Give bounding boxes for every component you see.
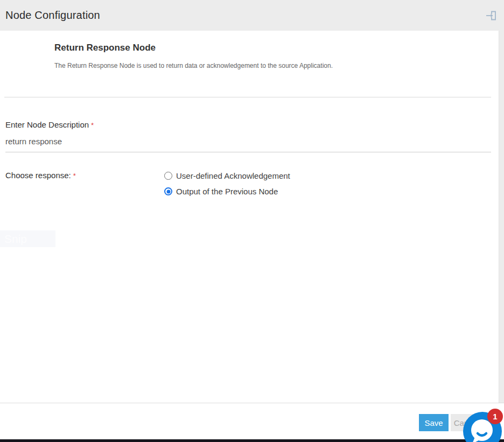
response-options-group: User-defined Acknowledgement Output of t… (164, 171, 290, 196)
node-description-label: Enter Node Description (5, 120, 89, 129)
save-button[interactable]: Save (419, 414, 449, 431)
intro-section: Return Response Node The Return Response… (54, 43, 333, 69)
snip-overlay-label: Snip (4, 233, 27, 245)
node-description-input[interactable] (5, 137, 491, 152)
required-marker: * (91, 121, 94, 129)
section-description: The Return Response Node is used to retu… (54, 62, 333, 69)
snip-tool-overlay: Snip (0, 230, 55, 247)
radio-icon[interactable] (164, 187, 172, 195)
node-description-field: Enter Node Description* (5, 120, 491, 152)
radio-output-previous-node[interactable]: Output of the Previous Node (164, 187, 290, 196)
exit-panel-icon[interactable] (485, 9, 498, 22)
radio-label: Output of the Previous Node (176, 187, 278, 196)
footer-bar: Save Cancel (0, 403, 504, 439)
radio-icon[interactable] (164, 172, 172, 180)
section-title: Return Response Node (54, 43, 333, 53)
node-config-panel: Return Response Node The Return Response… (0, 31, 499, 403)
radio-user-defined-acknowledgement[interactable]: User-defined Acknowledgement (164, 171, 290, 180)
page-title: Node Configuration (5, 9, 100, 22)
radio-label: User-defined Acknowledgement (176, 171, 290, 180)
section-divider (4, 97, 491, 97)
choose-response-label: Choose response: (5, 171, 71, 180)
choose-response-label-row: Choose response:* (5, 171, 76, 180)
required-marker: * (73, 172, 76, 180)
chat-unread-badge: 1 (487, 409, 503, 424)
header-bar: Node Configuration (0, 0, 504, 31)
window-bottom-edge (0, 439, 504, 442)
node-description-label-row: Enter Node Description* (5, 120, 491, 130)
node-configuration-page: { "header": { "title": "Node Configurati… (0, 0, 504, 442)
chat-launcher-button[interactable]: 1 (463, 412, 502, 442)
